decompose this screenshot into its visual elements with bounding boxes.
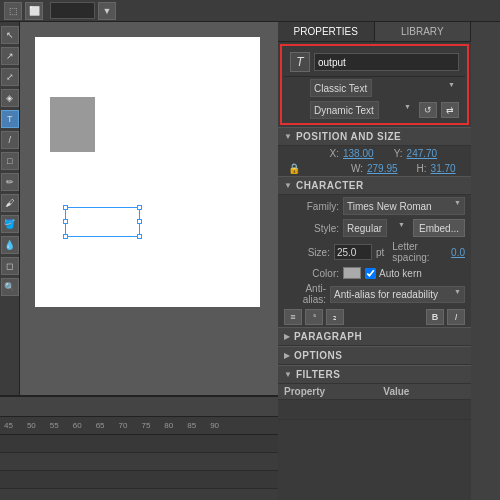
tool-rectangle[interactable]: □ (1, 152, 19, 170)
filters-col-property: Property (278, 384, 377, 400)
tool-icon-1[interactable]: ⬚ (4, 2, 22, 20)
timeline: 45 50 55 60 65 70 75 80 85 90 (0, 395, 278, 500)
family-dropdown[interactable]: Times New Roman (343, 197, 465, 215)
section-title-filters: FILTERS (296, 369, 340, 380)
tool-brush[interactable]: 🖌 (1, 194, 19, 212)
color-row: Color: Auto kern (278, 265, 471, 281)
ruler-mark-90: 90 (210, 421, 219, 430)
x-value[interactable]: 138.00 (343, 148, 374, 159)
h-label: H: (402, 163, 427, 174)
tool-bucket[interactable]: 🪣 (1, 215, 19, 233)
style-label: Style: (284, 223, 339, 234)
size-label: Size: (284, 247, 330, 258)
tool-eyedropper[interactable]: 💧 (1, 236, 19, 254)
zoom-input[interactable]: 100% (50, 2, 95, 19)
instance-name-input[interactable] (314, 53, 459, 71)
main-area: ↖ ↗ ⤢ ◈ T / □ ✏ 🖌 🪣 💧 ◻ 🔍 (0, 22, 500, 500)
section-header-filters[interactable]: ▼ FILTERS (278, 365, 471, 384)
align-left-btn[interactable]: ≡ (284, 309, 302, 325)
text-format-row: ≡ ˢ ₂ B I (278, 307, 471, 327)
embed-button[interactable]: Embed... (413, 219, 465, 237)
canvas-area (20, 22, 278, 395)
anti-alias-label: Anti-alias: (284, 283, 326, 305)
tool-pencil[interactable]: ✏ (1, 173, 19, 191)
section-arrow-options: ▶ (284, 351, 290, 360)
letter-spacing-value[interactable]: 0.0 (451, 247, 465, 258)
ruler: 45 50 55 60 65 70 75 80 85 90 (0, 417, 278, 435)
handle-ml[interactable] (63, 219, 68, 224)
tool-gradient[interactable]: ◈ (1, 89, 19, 107)
top-bar: ⬚ ⬜ 100% ▼ (0, 0, 500, 22)
ruler-mark-60: 60 (73, 421, 82, 430)
behavior-dropdown-wrapper: Dynamic Text Static Text Input Text (310, 101, 415, 119)
handle-tl[interactable] (63, 205, 68, 210)
character-content: Family: Times New Roman Style: Regular B… (278, 195, 471, 327)
color-swatch[interactable] (343, 267, 361, 279)
instance-section-highlighted: T Classic Text Dynamic Text (280, 44, 469, 125)
tool-arrow[interactable]: ↖ (1, 26, 19, 44)
handle-mr[interactable] (137, 219, 142, 224)
tool-subselect[interactable]: ↗ (1, 47, 19, 65)
section-title-options: OPTIONS (294, 350, 343, 361)
section-title-position: POSITION AND SIZE (296, 131, 401, 142)
y-label: Y: (378, 148, 403, 159)
section-header-character[interactable]: ▼ CHARACTER (278, 176, 471, 195)
h-value[interactable]: 31.70 (431, 163, 456, 174)
size-row: 🔒 W: 279.95 H: 31.70 (278, 161, 471, 176)
filters-col-empty (449, 384, 471, 400)
style-dropdown[interactable]: Regular Bold Italic (343, 219, 387, 237)
behavior-dropdown[interactable]: Dynamic Text Static Text Input Text (310, 101, 379, 119)
color-label: Color: (284, 268, 339, 279)
ruler-mark-55: 55 (50, 421, 59, 430)
timeline-header (0, 397, 278, 417)
section-header-options[interactable]: ▶ OPTIONS (278, 346, 471, 365)
tab-properties[interactable]: PROPERTIES (278, 22, 375, 41)
bold-btn[interactable]: B (426, 309, 444, 325)
x-label: X: (284, 148, 339, 159)
anti-alias-dropdown-wrapper: Anti-alias for readability No anti-alias… (330, 286, 465, 303)
y-value[interactable]: 247.70 (407, 148, 438, 159)
handle-bl[interactable] (63, 234, 68, 239)
family-row: Family: Times New Roman (278, 195, 471, 217)
timeline-row-2 (0, 453, 278, 471)
orient-button[interactable]: ↺ (419, 102, 437, 118)
filters-col-value: Value (377, 384, 448, 400)
section-header-position[interactable]: ▼ POSITION AND SIZE (278, 127, 471, 146)
type-dropdown[interactable]: Classic Text (310, 79, 372, 97)
handle-br[interactable] (137, 234, 142, 239)
w-value[interactable]: 279.95 (367, 163, 398, 174)
tab-library[interactable]: LIBRARY (375, 22, 472, 41)
tool-line[interactable]: / (1, 131, 19, 149)
text-type-icon: T (290, 52, 310, 72)
style-row: Style: Regular Bold Italic Embed... (278, 217, 471, 239)
size-input[interactable] (334, 244, 372, 260)
direction-button[interactable]: ⇄ (441, 102, 459, 118)
anti-alias-dropdown[interactable]: Anti-alias for readability No anti-alias… (330, 286, 465, 303)
tool-zoom[interactable]: 🔍 (1, 278, 19, 296)
selection-box[interactable] (65, 207, 140, 237)
tool-freetransform[interactable]: ⤢ (1, 68, 19, 86)
letter-spacing-label: Letter spacing: (392, 241, 447, 263)
superscript-btn[interactable]: ˢ (305, 309, 323, 325)
instance-name-row: T (284, 48, 465, 77)
auto-kern-checkbox[interactable] (365, 268, 376, 279)
subscript-btn[interactable]: ₂ (326, 309, 344, 325)
tool-text[interactable]: T (1, 110, 19, 128)
tool-icon-2[interactable]: ⬜ (25, 2, 43, 20)
w-label: W: (308, 163, 363, 174)
zoom-dropdown[interactable]: ▼ (98, 2, 116, 20)
timeline-row-3 (0, 471, 278, 489)
section-arrow-paragraph: ▶ (284, 332, 290, 341)
section-arrow-character: ▼ (284, 181, 292, 190)
ruler-mark-75: 75 (141, 421, 150, 430)
ruler-mark-65: 65 (96, 421, 105, 430)
italic-btn[interactable]: I (447, 309, 465, 325)
section-arrow-filters: ▼ (284, 370, 292, 379)
ruler-mark-70: 70 (119, 421, 128, 430)
timeline-row-4 (0, 489, 278, 500)
behavior-dropdown-row: Dynamic Text Static Text Input Text ↺ ⇄ (284, 99, 465, 121)
tool-eraser[interactable]: ◻ (1, 257, 19, 275)
gray-shape (50, 97, 95, 152)
section-header-paragraph[interactable]: ▶ PARAGRAPH (278, 327, 471, 346)
handle-tr[interactable] (137, 205, 142, 210)
